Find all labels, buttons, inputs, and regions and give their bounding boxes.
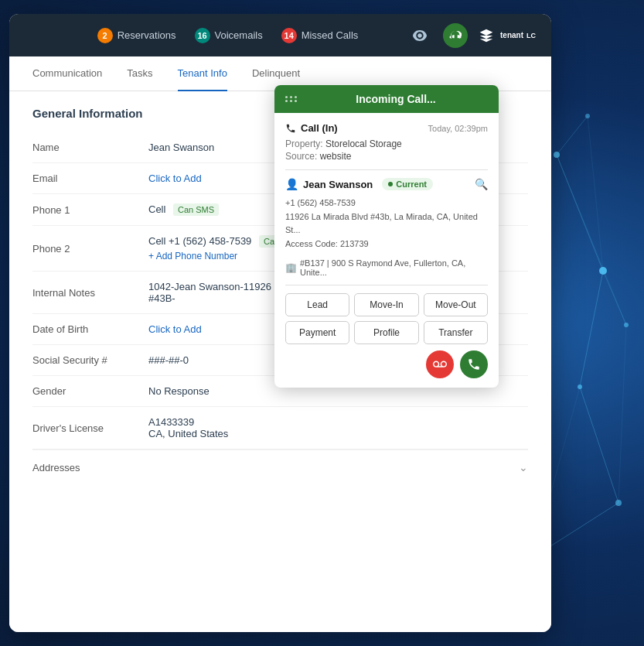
field-label-name: Name: [32, 132, 148, 163]
caller-details: +1 (562) 458-7539 11926 La Mirada Blvd #…: [285, 197, 488, 251]
svg-line-13: [557, 155, 626, 325]
svg-line-9: [580, 387, 618, 503]
voicemails-nav-item[interactable]: 16 Voicemails: [195, 28, 263, 43]
search-icon[interactable]: 🔍: [475, 178, 488, 190]
call-controls: [285, 350, 488, 378]
voicemails-label: Voicemails: [215, 29, 263, 41]
reservations-nav-item[interactable]: 2 Reservations: [97, 28, 176, 43]
caller-phone: +1 (562) 458-7539: [285, 197, 488, 210]
call-info-row: Call (In) Today, 02:39pm: [285, 122, 488, 134]
call-property: Property: Storelocal Storage: [285, 138, 488, 149]
call-type: Call (In): [285, 122, 338, 134]
current-dot: [388, 182, 393, 186]
caller-address: 11926 La Mirada Blvd #43b, La Mirada, CA…: [285, 210, 488, 238]
field-label-notes: Internal Notes: [32, 272, 148, 314]
top-nav: 2 Reservations 16 Voicemails 14 Missed C…: [9, 14, 551, 56]
field-label-ssn: Social Security #: [32, 345, 148, 376]
action-buttons: Lead Move-In Move-Out Payment Profile Tr…: [285, 293, 488, 344]
current-badge: Current: [382, 178, 433, 190]
missed-calls-label: Missed Calls: [302, 29, 359, 41]
reservations-label: Reservations: [118, 29, 176, 41]
addresses-label: Addresses: [32, 462, 80, 473]
payment-button[interactable]: Payment: [285, 321, 349, 344]
field-label-email: Email: [32, 163, 148, 194]
logo-superscript: LC: [526, 32, 536, 39]
call-type-label: Call (In): [301, 122, 338, 134]
voicemails-badge: 16: [195, 28, 210, 43]
unit-details: #B137 | 900 S Raymond Ave, Fullerton, CA…: [300, 258, 488, 277]
caller-info: 👤 Jean Swanson Current: [285, 178, 433, 190]
addresses-row[interactable]: Addresses ⌄: [32, 449, 528, 484]
divider-2: [285, 285, 488, 285]
popup-header-title: Incoming Call...: [304, 93, 488, 105]
tab-communication[interactable]: Communication: [32, 56, 102, 91]
tenant-logo: tenant LC: [479, 28, 536, 43]
can-sms-badge-1: Can SMS: [173, 203, 219, 216]
svg-line-8: [580, 271, 603, 387]
profile-button[interactable]: Profile: [354, 321, 418, 344]
divider: [285, 169, 488, 170]
logo-text: tenant: [500, 31, 523, 39]
headset-icon-btn[interactable]: [443, 23, 468, 48]
voicemail-button[interactable]: [426, 350, 454, 378]
incoming-call-popup: Incoming Call... Call (In) Today, 02:39p…: [274, 85, 499, 388]
popup-body: Call (In) Today, 02:39pm Property: Store…: [274, 113, 499, 388]
answer-button[interactable]: [460, 350, 488, 378]
person-icon: 👤: [285, 178, 298, 190]
svg-line-16: [618, 325, 626, 503]
move-in-button[interactable]: Move-In: [354, 293, 418, 316]
field-label-gender: Gender: [32, 376, 148, 407]
tab-tenant-info[interactable]: Tenant Info: [178, 56, 227, 91]
transfer-button[interactable]: Transfer: [424, 321, 488, 344]
building-icon: 🏢: [285, 262, 297, 273]
field-value-license: A1433339CA, United States: [148, 407, 528, 449]
lead-button[interactable]: Lead: [285, 293, 349, 316]
missed-calls-badge: 14: [281, 28, 297, 43]
popup-header: Incoming Call...: [274, 85, 499, 113]
call-time: Today, 02:39pm: [428, 124, 488, 133]
call-source: Source: website: [285, 151, 488, 162]
tab-tasks[interactable]: Tasks: [127, 56, 152, 91]
field-label-license: Driver's License: [32, 407, 148, 449]
svg-line-14: [588, 116, 603, 271]
reservations-badge: 2: [97, 28, 113, 43]
drag-handle[interactable]: [285, 96, 298, 102]
chevron-down-icon: ⌄: [519, 461, 528, 473]
field-label-phone1: Phone 1: [32, 194, 148, 226]
table-row: Driver's License A1433339CA, United Stat…: [32, 407, 528, 449]
caller-row: 👤 Jean Swanson Current 🔍: [285, 178, 488, 190]
nav-icons: tenant LC: [407, 23, 536, 48]
move-out-button[interactable]: Move-Out: [424, 293, 488, 316]
unit-row: 🏢 #B137 | 900 S Raymond Ave, Fullerton, …: [285, 258, 488, 277]
nav-items: 2 Reservations 16 Voicemails 14 Missed C…: [97, 28, 359, 43]
eye-icon-btn[interactable]: [407, 23, 432, 48]
missed-calls-nav-item[interactable]: 14 Missed Calls: [281, 28, 359, 43]
svg-line-11: [557, 116, 588, 155]
caller-name: Jean Swanson: [303, 179, 373, 190]
caller-access-code: Access Code: 213739: [285, 238, 488, 251]
field-label-phone2: Phone 2: [32, 226, 148, 272]
field-label-dob: Date of Birth: [32, 314, 148, 345]
